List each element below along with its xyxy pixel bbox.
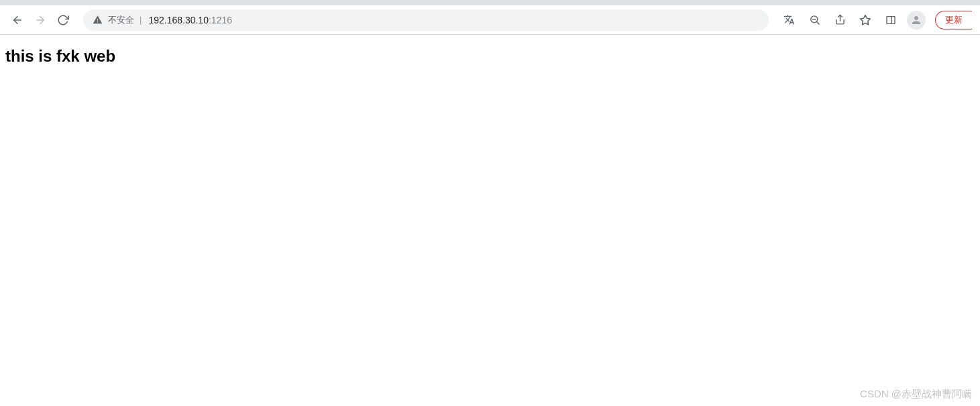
page-content: this is fxk web	[0, 35, 980, 78]
page-heading: this is fxk web	[5, 47, 975, 66]
share-icon	[834, 14, 846, 25]
zoom-out-icon	[809, 14, 820, 25]
translate-icon	[783, 14, 795, 25]
url-display: 192.168.30.10:1216	[148, 14, 232, 26]
update-label: 更新	[945, 15, 963, 25]
update-button[interactable]: 更新	[935, 11, 972, 29]
svg-line-3	[816, 21, 819, 24]
reload-icon	[57, 14, 69, 26]
svg-rect-7	[887, 16, 895, 23]
panel-icon	[885, 15, 896, 25]
tab-strip	[0, 0, 980, 5]
arrow-left-icon	[11, 14, 23, 26]
browser-toolbar: 不安全 | 192.168.30.10:1216 更新	[0, 5, 980, 35]
forward-button[interactable]	[31, 11, 50, 29]
security-divider: |	[140, 15, 142, 25]
svg-marker-6	[861, 15, 871, 24]
profile-button[interactable]	[907, 11, 926, 29]
security-label: 不安全	[108, 14, 134, 26]
translate-button[interactable]	[779, 11, 798, 29]
address-bar[interactable]: 不安全 | 192.168.30.10:1216	[83, 9, 769, 31]
star-icon	[859, 14, 871, 26]
reload-button[interactable]	[54, 11, 72, 29]
back-button[interactable]	[8, 11, 27, 29]
url-port: :1216	[209, 15, 232, 25]
toolbar-right: 更新	[777, 11, 975, 29]
zoom-button[interactable]	[805, 11, 824, 29]
bookmark-button[interactable]	[856, 11, 875, 29]
person-icon	[910, 14, 922, 26]
nav-buttons	[5, 11, 75, 29]
warning-icon	[93, 15, 103, 25]
watermark: CSDN @赤壁战神曹阿瞒	[860, 388, 972, 401]
share-button[interactable]	[830, 11, 849, 29]
url-host: 192.168.30.10	[148, 15, 209, 25]
security-indicator[interactable]: 不安全 |	[93, 14, 142, 26]
arrow-right-icon	[34, 14, 46, 26]
side-panel-button[interactable]	[881, 11, 900, 29]
